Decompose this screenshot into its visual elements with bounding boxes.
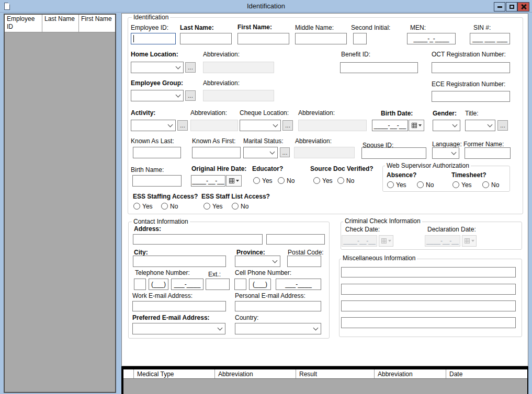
educator-yes-label: Yes <box>262 177 273 184</box>
first-name-input[interactable] <box>237 33 289 44</box>
absence-label: Absence? <box>387 171 416 179</box>
marital-status-select[interactable] <box>243 147 278 158</box>
chevron-down-icon <box>168 122 173 128</box>
former-name-input[interactable] <box>465 147 511 159</box>
personal-email-label: Personal E-mail Address: <box>235 292 305 299</box>
marital-status-browse-button[interactable]: ... <box>280 147 290 157</box>
dropdown-arrow-icon <box>236 180 239 182</box>
maximize-button[interactable] <box>506 2 517 11</box>
address-input[interactable] <box>133 234 263 245</box>
address-2-input[interactable] <box>266 234 325 245</box>
minimize-button[interactable] <box>494 2 505 11</box>
source-doc-yes-radio[interactable] <box>313 177 320 184</box>
column-header-abbreviation-2[interactable]: Abbreviation <box>375 369 446 378</box>
birth-name-input[interactable] <box>132 175 182 187</box>
column-header-selector[interactable] <box>123 369 134 378</box>
miscellaneous-input-3[interactable] <box>341 300 516 311</box>
miscellaneous-input-4[interactable] <box>341 317 516 328</box>
educator-no-radio[interactable] <box>278 177 285 184</box>
country-select[interactable] <box>235 323 321 334</box>
employee-group-select[interactable] <box>131 90 184 101</box>
last-name-input[interactable] <box>180 33 232 44</box>
known-as-first-input[interactable] <box>192 147 241 158</box>
column-header-employee-id[interactable]: Employee ID <box>5 15 42 32</box>
ess-staff-list-no-radio[interactable] <box>232 203 239 210</box>
original-hire-date-calendar-button[interactable] <box>226 175 242 187</box>
title-select[interactable] <box>465 120 495 131</box>
telephone-number-label: Telephone Number: <box>135 269 190 276</box>
telephone-area-code-input[interactable]: (___) <box>149 279 168 290</box>
men-input[interactable]: ____-_-____ <box>407 33 456 44</box>
benefit-id-input[interactable] <box>340 62 418 73</box>
home-location-browse-button[interactable]: ... <box>185 62 196 73</box>
timesheet-no-radio[interactable] <box>482 181 489 188</box>
second-initial-input[interactable] <box>353 33 367 44</box>
cell-country-code-input[interactable] <box>234 279 246 290</box>
dropdown-arrow-icon <box>418 124 422 126</box>
telephone-number-input[interactable]: ___-____ <box>171 279 203 290</box>
sin-input[interactable]: ___ ___ ___ <box>470 33 510 44</box>
column-header-abbreviation-1[interactable]: Abbreviation <box>215 369 296 378</box>
title-browse-button[interactable]: ... <box>497 120 508 131</box>
gender-select[interactable] <box>433 120 460 131</box>
ess-staffing-no-radio[interactable] <box>161 203 168 210</box>
employee-group-browse-button[interactable]: ... <box>185 90 196 101</box>
language-select[interactable] <box>432 147 459 159</box>
ess-staffing-yes-radio[interactable] <box>133 203 140 210</box>
cell-phone-number-input[interactable]: ___-____ <box>276 279 321 290</box>
close-button[interactable] <box>517 2 529 11</box>
postal-code-input[interactable] <box>287 256 321 267</box>
column-header-result[interactable]: Result <box>296 369 375 378</box>
employee-id-input[interactable] <box>131 33 176 44</box>
original-hire-date-label: Original Hire Date: <box>191 165 246 172</box>
miscellaneous-input-2[interactable] <box>341 284 516 295</box>
telephone-country-code-input[interactable] <box>134 279 146 290</box>
ext-input[interactable] <box>206 279 230 290</box>
work-email-input[interactable] <box>132 301 226 311</box>
absence-no-radio[interactable] <box>417 181 424 188</box>
oct-registration-input[interactable] <box>432 62 510 73</box>
province-select[interactable] <box>235 256 280 267</box>
ece-registration-input[interactable] <box>432 91 510 102</box>
birth-date-calendar-button[interactable] <box>409 120 424 131</box>
ess-staff-list-yes-radio[interactable] <box>203 203 210 210</box>
declaration-date-calendar-button <box>462 235 477 247</box>
preferred-email-select[interactable] <box>132 323 225 334</box>
miscellaneous-group-title: Miscellaneous Information <box>341 255 417 262</box>
personal-email-input[interactable] <box>235 301 321 311</box>
miscellaneous-input-1[interactable] <box>341 267 516 277</box>
identification-group-title: Identification <box>132 14 170 21</box>
column-header-first-name[interactable]: First Name <box>79 15 115 32</box>
known-as-last-input[interactable] <box>133 147 181 158</box>
timesheet-yes-radio[interactable] <box>452 181 459 188</box>
employee-list-body[interactable] <box>5 32 115 392</box>
column-header-medical-type[interactable]: Medical Type <box>134 369 215 378</box>
absence-yes-radio[interactable] <box>387 181 394 188</box>
cell-area-code-input[interactable]: (___) <box>249 279 271 290</box>
medical-table-body[interactable] <box>123 379 527 394</box>
spouse-id-input[interactable] <box>361 147 426 159</box>
gender-label: Gender: <box>433 110 457 117</box>
home-location-select[interactable] <box>131 62 184 73</box>
activity-browse-button[interactable]: ... <box>177 120 188 131</box>
column-header-date[interactable]: Date <box>446 369 527 378</box>
dropdown-arrow-icon <box>471 240 474 242</box>
activity-select[interactable] <box>131 120 176 131</box>
original-hire-date-input[interactable]: ____-__-__ <box>191 175 225 187</box>
chevron-down-icon <box>273 258 278 263</box>
last-name-label: Last Name: <box>180 24 214 31</box>
source-doc-no-radio[interactable] <box>337 177 344 184</box>
ess-staffing-no-label: No <box>170 203 178 210</box>
column-header-last-name[interactable]: Last Name <box>42 15 79 32</box>
city-label: City: <box>134 249 148 256</box>
cheque-location-browse-button[interactable]: ... <box>282 120 293 131</box>
title-bar[interactable]: Identification <box>0 0 532 13</box>
birth-date-input[interactable]: ____-__-__ <box>372 120 408 131</box>
chevron-down-icon <box>452 122 458 128</box>
city-input[interactable] <box>133 256 226 267</box>
ess-staff-list-no-label: No <box>241 203 248 210</box>
educator-yes-radio[interactable] <box>253 177 260 184</box>
middle-name-input[interactable] <box>295 33 347 44</box>
cheque-location-select[interactable] <box>240 120 281 131</box>
oct-registration-label: OCT Registration Number: <box>432 51 506 58</box>
